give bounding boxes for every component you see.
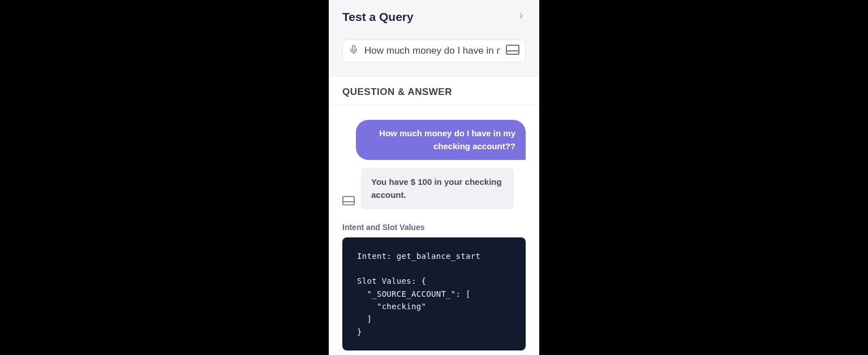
bot-row: You have $ 100 in your checking account.	[342, 168, 526, 209]
svg-rect-4	[343, 196, 354, 205]
svg-rect-2	[506, 45, 519, 54]
intent-code-block[interactable]: Intent: get_balance_start Slot Values: {…	[342, 237, 526, 351]
qa-heading: QUESTION & ANSWER	[342, 86, 526, 98]
panel-title: Test a Query	[342, 10, 414, 24]
query-input-container	[342, 40, 526, 62]
chevron-right-icon[interactable]	[517, 11, 526, 23]
intent-section: Intent and Slot Values Intent: get_balan…	[329, 216, 539, 356]
chat-area: How much money do I have in my checking …	[329, 105, 539, 216]
user-message-bubble: How much money do I have in my checking …	[356, 120, 526, 160]
query-input[interactable]	[364, 45, 500, 57]
svg-rect-0	[353, 46, 355, 51]
card-icon[interactable]	[506, 45, 519, 57]
top-section: Test a Query	[329, 0, 539, 76]
microphone-icon[interactable]	[349, 45, 359, 57]
intent-label: Intent and Slot Values	[342, 223, 526, 232]
qa-heading-row: QUESTION & ANSWER	[329, 76, 539, 105]
test-query-panel: Test a Query	[329, 0, 539, 355]
title-row: Test a Query	[342, 10, 526, 24]
bot-message-bubble: You have $ 100 in your checking account.	[361, 168, 514, 209]
bot-avatar-icon	[342, 196, 355, 209]
